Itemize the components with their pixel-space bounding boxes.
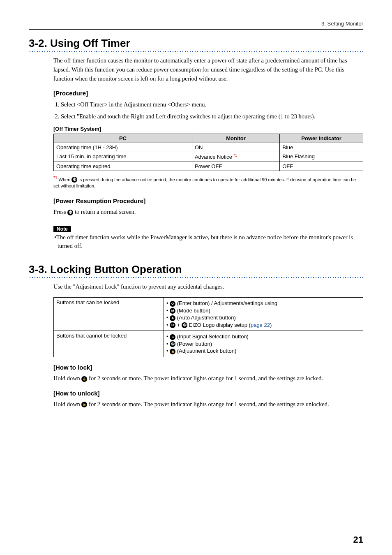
how-to-lock-heading: [How to lock]: [53, 364, 363, 371]
section-3-2-intro: The off timer function causes the monito…: [53, 56, 363, 83]
power-icon: ⏻: [170, 341, 175, 347]
lockable-item-mode: M (Mode button): [166, 308, 360, 314]
table-row: Last 15 min. in operating time Advance N…: [54, 152, 363, 162]
lock-table: Buttons that can be locked O (Enter butt…: [53, 297, 363, 357]
footnote-ref: *1: [234, 153, 238, 157]
text: Press: [53, 208, 67, 215]
dotted-rule: [29, 51, 363, 52]
lockable-item-logo: O + ⏻ EIZO Logo display setup (page 22): [166, 322, 360, 328]
breadcrumb: 3. Setting Monitor: [29, 21, 363, 27]
signal-icon: S: [170, 334, 175, 340]
power-icon: ⏻: [182, 322, 187, 328]
footnote: *1 When ⏻ is pressed during the advance …: [53, 175, 363, 189]
table-row: Operating time expired Power OFF OFF: [54, 162, 363, 171]
cell: ON: [192, 143, 279, 152]
off-timer-system-heading: [Off Timer System]: [53, 126, 363, 132]
section-3-2-title: 3-2. Using Off Timer: [29, 37, 363, 50]
footnote-body: is pressed during the advance notice per…: [53, 177, 356, 188]
cell: Last 15 min. in operating time: [54, 152, 192, 162]
procedure-step-1: Select <Off Timer> in the Adjustment men…: [61, 100, 363, 109]
enter-icon: O: [170, 301, 175, 307]
non-lockable-item-signal: S (Input Signal Selection button): [166, 333, 360, 340]
cell: Operating time (1H - 23H): [54, 143, 192, 152]
table-row: Operating time (1H - 23H) ON Blue: [54, 143, 363, 152]
table-row: Buttons that can be locked O (Enter butt…: [54, 297, 363, 331]
lockable-label: Buttons that can be locked: [54, 297, 164, 331]
page-number: 21: [353, 534, 363, 545]
section-3-3-intro: Use the "Adjustment Lock" function to pr…: [53, 282, 363, 291]
non-lockable-item-lock: 🔒 (Adjustment Lock button): [166, 348, 360, 354]
lock-icon: 🔒: [81, 402, 87, 407]
note-text: •The off timer function works while the …: [53, 233, 363, 251]
footnote-prefix: When: [59, 177, 72, 182]
cell: Power OFF: [192, 162, 279, 171]
cell: Advance Notice *1: [192, 152, 279, 162]
how-to-lock-text: Hold down 🔒 for 2 seconds or more. The p…: [53, 374, 363, 383]
non-lockable-item-power: ⏻ (Power button): [166, 341, 360, 347]
non-lockable-items: S (Input Signal Selection button) ⏻ (Pow…: [164, 331, 363, 357]
page-22-link[interactable]: page 22: [251, 322, 270, 328]
table-header-power-indicator: Power Indicator: [280, 134, 363, 143]
table-row: Buttons that cannot be locked S (Input S…: [54, 331, 363, 357]
lockable-item-enter: O (Enter button) / Adjustments/settings …: [166, 300, 360, 307]
mode-icon: M: [170, 308, 175, 314]
cell: Blue: [280, 143, 363, 152]
enter-icon: O: [170, 322, 175, 328]
power-resumption-heading: [Power Resumption Procedure]: [53, 197, 363, 204]
procedure-heading: [Procedure]: [53, 90, 363, 97]
lock-icon: 🔒: [81, 376, 87, 382]
cell: OFF: [280, 162, 363, 171]
lock-icon: 🔒: [170, 349, 175, 354]
how-to-unlock-heading: [How to unlock]: [53, 390, 363, 397]
header-rule: [29, 29, 363, 30]
lockable-item-auto: A (Auto Adjustment button): [166, 314, 360, 321]
lockable-items: O (Enter button) / Adjustments/settings …: [164, 297, 363, 331]
table-header-monitor: Monitor: [192, 134, 279, 143]
off-timer-table: PC Monitor Power Indicator Operating tim…: [53, 134, 363, 171]
auto-icon: A: [170, 315, 175, 321]
procedure-step-2: Select "Enable and touch the Right and L…: [61, 112, 363, 121]
power-icon: ⏻: [71, 177, 77, 183]
dotted-rule: [29, 277, 363, 278]
power-resumption-text: Press ⏻ to return a normal screen.: [53, 208, 363, 217]
footnote-marker: *1: [53, 176, 57, 180]
cell: Blue Flashing: [280, 152, 363, 162]
note-label: Note: [53, 226, 71, 232]
procedure-list: Select <Off Timer> in the Adjustment men…: [53, 100, 363, 121]
how-to-unlock-text: Hold down 🔒 for 2 seconds or more. The p…: [53, 400, 363, 409]
power-icon: ⏻: [67, 210, 73, 215]
text: to return a normal screen.: [73, 208, 136, 215]
table-header-pc: PC: [54, 134, 192, 143]
non-lockable-label: Buttons that cannot be locked: [54, 331, 164, 357]
section-3-3-title: 3-3. Locking Button Operation: [29, 263, 363, 276]
cell: Operating time expired: [54, 162, 192, 171]
